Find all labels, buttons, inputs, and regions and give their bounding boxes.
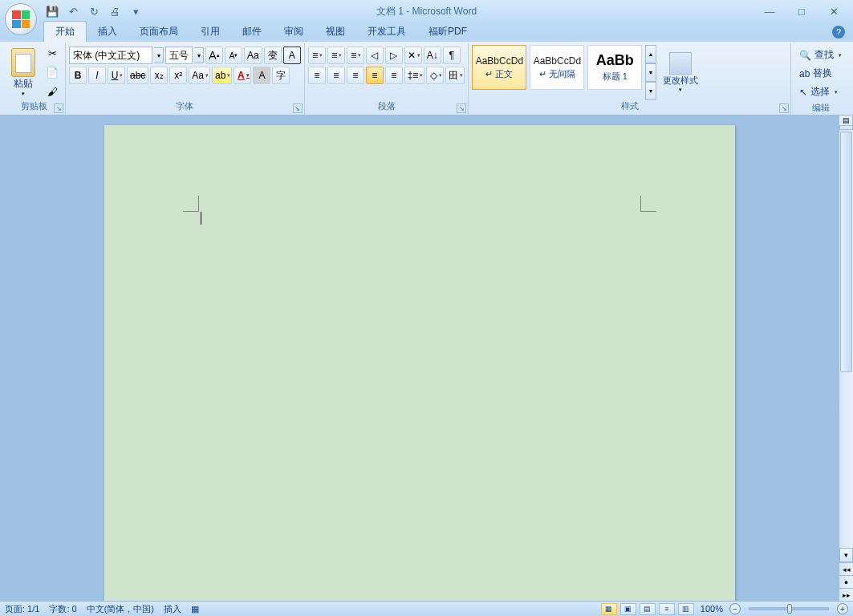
ruler-toggle-button[interactable]: ▤	[839, 115, 853, 126]
prev-page-button[interactable]: ◂◂	[839, 562, 853, 575]
grow-font-button[interactable]: A▴	[205, 47, 223, 64]
find-button[interactable]: 🔍查找▾	[796, 47, 845, 63]
strikethrough-button[interactable]: abc	[127, 67, 148, 84]
quick-access-toolbar: 💾 ↶ ↻ 🖨 ▾	[45, 4, 143, 18]
scroll-down-button[interactable]: ▾	[839, 548, 853, 562]
tab-mailings[interactable]: 邮件	[231, 22, 273, 42]
find-icon: 🔍	[799, 50, 811, 61]
status-word-count[interactable]: 字数: 0	[49, 603, 76, 615]
save-icon[interactable]: 💾	[45, 4, 59, 18]
document-viewport[interactable]	[0, 116, 839, 601]
character-border-button[interactable]: A	[283, 47, 301, 64]
format-painter-button[interactable]: 🖌	[43, 84, 61, 100]
clear-formatting-button[interactable]: Aa	[244, 47, 262, 64]
enclose-characters-button[interactable]: 字	[272, 67, 290, 84]
zoom-out-button[interactable]: −	[729, 603, 741, 614]
bold-button[interactable]: B	[69, 67, 87, 84]
zoom-in-button[interactable]: +	[837, 603, 848, 614]
align-right-button[interactable]: ≡	[347, 67, 364, 84]
font-color-button[interactable]: A▾	[234, 67, 251, 84]
font-launcher[interactable]: ↘	[293, 103, 303, 113]
status-language[interactable]: 中文(简体，中国)	[87, 603, 154, 615]
tab-review[interactable]: 审阅	[273, 22, 315, 42]
align-justify-button[interactable]: ≡	[366, 67, 384, 84]
font-size-input[interactable]: 五号	[165, 47, 193, 64]
italic-button[interactable]: I	[88, 67, 106, 84]
replace-button[interactable]: ab替换	[796, 65, 845, 82]
sort-button[interactable]: A↓	[424, 47, 441, 64]
show-marks-button[interactable]: ¶	[443, 47, 461, 64]
tab-references[interactable]: 引用	[189, 22, 231, 42]
shading-button[interactable]: ◇▾	[426, 67, 444, 84]
paragraph-launcher[interactable]: ↘	[457, 103, 466, 113]
align-left-button[interactable]: ≡	[308, 67, 326, 84]
tab-page-layout[interactable]: 页面布局	[128, 22, 189, 42]
tab-home[interactable]: 开始	[43, 21, 87, 42]
line-spacing-button[interactable]: ‡≡▾	[404, 67, 425, 84]
ribbon-tabs: 开始 插入 页面布局 引用 邮件 审阅 视图 开发工具 福昕PDF ?	[0, 22, 853, 42]
outline-view-button[interactable]: ≡	[659, 603, 675, 615]
close-button[interactable]: ✕	[824, 4, 843, 18]
underline-button[interactable]: U▾	[108, 67, 125, 84]
gallery-down-button[interactable]: ▾	[645, 63, 656, 82]
copy-button[interactable]: 📄	[43, 65, 61, 81]
status-insert-mode[interactable]: 插入	[164, 603, 181, 615]
select-button[interactable]: ↖选择▾	[796, 83, 845, 100]
scroll-track[interactable]	[839, 130, 853, 548]
status-macro-icon[interactable]: ▦	[191, 604, 199, 614]
style-no-spacing[interactable]: AaBbCcDd ↵ 无间隔	[530, 45, 584, 90]
scroll-thumb[interactable]	[840, 132, 852, 372]
gallery-up-button[interactable]: ▴	[645, 45, 656, 63]
redo-icon[interactable]: ↻	[87, 4, 101, 18]
next-page-button[interactable]: ▸▸	[839, 588, 853, 601]
zoom-thumb[interactable]	[787, 604, 792, 614]
styles-launcher[interactable]: ↘	[779, 103, 789, 113]
align-distributed-button[interactable]: ≡	[385, 67, 403, 84]
tab-developer[interactable]: 开发工具	[356, 22, 417, 42]
borders-button[interactable]: 田▾	[445, 67, 465, 84]
bullets-button[interactable]: ≡▾	[308, 47, 326, 64]
shrink-font-button[interactable]: A▾	[225, 47, 242, 64]
change-case-button[interactable]: Aa▾	[189, 67, 210, 84]
paste-button[interactable]: 粘贴 ▾	[6, 45, 40, 100]
undo-icon[interactable]: ↶	[66, 4, 80, 18]
browse-object-button[interactable]: ●	[839, 575, 853, 588]
align-center-button[interactable]: ≡	[327, 67, 345, 84]
style-normal[interactable]: AaBbCcDd ↵ 正文	[472, 45, 526, 90]
clipboard-launcher[interactable]: ↘	[54, 103, 63, 113]
quick-print-icon[interactable]: 🖨	[108, 4, 122, 18]
tab-view[interactable]: 视图	[315, 22, 356, 42]
style-heading-1[interactable]: AaBb 标题 1	[587, 45, 642, 90]
asian-layout-button[interactable]: ✕▾	[404, 47, 422, 64]
tab-insert[interactable]: 插入	[87, 22, 128, 42]
change-styles-button[interactable]: 更改样式 ▾	[658, 45, 703, 100]
increase-indent-button[interactable]: ▷	[385, 47, 403, 64]
subscript-button[interactable]: x₂	[150, 67, 168, 84]
gallery-more-button[interactable]: ▾	[645, 82, 656, 100]
numbering-button[interactable]: ≡▾	[327, 47, 345, 64]
zoom-slider[interactable]	[749, 607, 829, 610]
font-size-dropdown[interactable]: ▾	[194, 47, 204, 63]
minimize-button[interactable]: —	[760, 4, 779, 18]
highlight-button[interactable]: ab▾	[212, 67, 232, 84]
print-layout-view-button[interactable]: ▦	[601, 603, 617, 615]
qat-customize-icon[interactable]: ▾	[128, 4, 143, 18]
tab-foxit-pdf[interactable]: 福昕PDF	[417, 22, 478, 42]
draft-view-button[interactable]: ▥	[678, 603, 694, 615]
character-shading-button[interactable]: A	[253, 67, 270, 84]
decrease-indent-button[interactable]: ◁	[366, 47, 384, 64]
font-name-input[interactable]: 宋体 (中文正文)	[69, 47, 152, 64]
page[interactable]	[104, 125, 735, 601]
font-name-dropdown[interactable]: ▾	[154, 47, 164, 63]
maximize-button[interactable]: □	[792, 4, 811, 18]
cut-button[interactable]: ✂	[43, 46, 61, 62]
superscript-button[interactable]: x²	[169, 67, 187, 84]
full-screen-view-button[interactable]: ▣	[620, 603, 636, 615]
help-button[interactable]: ?	[832, 26, 845, 38]
phonetic-guide-button[interactable]: 变	[264, 47, 282, 64]
multilevel-list-button[interactable]: ≡▾	[347, 47, 364, 64]
status-page[interactable]: 页面: 1/1	[5, 603, 39, 615]
office-button[interactable]	[5, 3, 37, 35]
web-layout-view-button[interactable]: ▤	[640, 603, 656, 615]
zoom-level[interactable]: 100%	[701, 604, 723, 614]
